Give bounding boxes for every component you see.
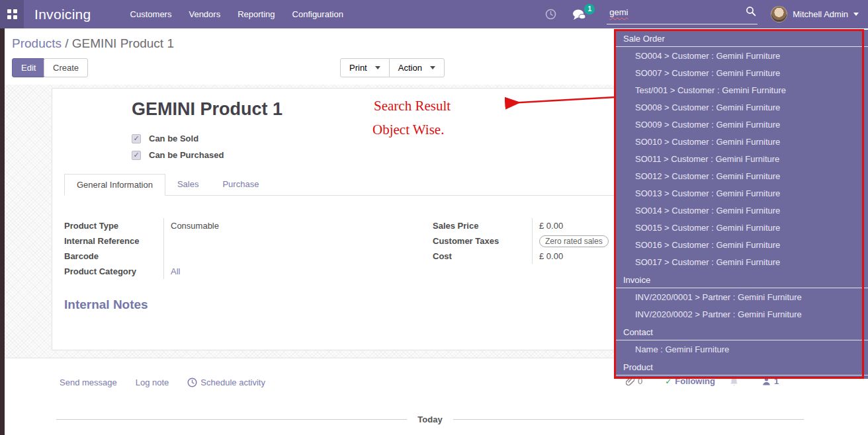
chatter-actions: Send message Log note Schedule activity [60, 377, 265, 387]
field-value-text: £ 0.00 [539, 221, 563, 231]
annotation-line2: Object Wise. [372, 122, 444, 138]
checkbox-label: Can be Purchased [149, 150, 224, 160]
search-input[interactable]: gemi [607, 5, 758, 24]
breadcrumb-separator: / [65, 36, 68, 50]
field-value-text: £ 0.00 [539, 251, 563, 261]
today-separator: Today [56, 415, 804, 424]
user-avatar [771, 6, 787, 22]
clock-icon [187, 377, 197, 387]
today-label: Today [417, 415, 442, 424]
messages-icon[interactable]: 1 [571, 9, 587, 20]
action-button[interactable]: Action [389, 58, 445, 77]
app-title: Invoicing [34, 7, 91, 22]
checkmark-icon: ✓ [133, 135, 139, 142]
search-result-row[interactable]: INV/2020/0001 > Partner : Gemini Furnitu… [615, 289, 868, 306]
search-result-row[interactable]: Test/001 > Customer : Gemini Furniture [615, 82, 868, 99]
search-result-row[interactable]: SO013 > Customer : Gemini Furniture [615, 185, 868, 202]
breadcrumb-current: GEMINI Product 1 [72, 36, 174, 50]
log-note-button[interactable]: Log note [136, 377, 169, 387]
action-button-label: Action [398, 63, 422, 73]
field-value[interactable] [163, 233, 375, 249]
print-button-label: Print [349, 63, 367, 73]
user-name: Mitchell Admin [793, 9, 848, 19]
checkmark-icon: ✓ [133, 151, 139, 159]
print-button[interactable]: Print [340, 58, 390, 77]
search-result-row[interactable]: SO016 > Customer : Gemini Furniture [615, 237, 868, 254]
field-value-text: Consumable [171, 221, 219, 231]
create-button[interactable]: Create [44, 58, 88, 77]
field-label: Customer Taxes [433, 233, 532, 249]
field-label: Internal Reference [64, 233, 163, 249]
field-value[interactable] [163, 249, 375, 264]
field-label: Sales Price [433, 218, 532, 233]
breadcrumb-products-link[interactable]: Products [12, 36, 62, 50]
search-result-row[interactable]: Sale Order [615, 30, 868, 47]
search-results-dropdown: Sale Order SO004 > Customer : Gemini Fur… [615, 30, 868, 379]
checkbox[interactable]: ✓ [132, 151, 141, 160]
field-label: Product Category [64, 264, 163, 279]
search-result-row[interactable]: Display Name : GEMINI Product 1 [615, 376, 868, 379]
search-result-row[interactable]: SO009 > Customer : Gemini Furniture [615, 116, 868, 134]
activities-clock-icon[interactable] [545, 9, 556, 20]
breadcrumb: Products / GEMINI Product 1 [12, 36, 174, 51]
caret-down-icon [853, 13, 859, 16]
window-left-edge [0, 28, 5, 435]
notebook-tab[interactable]: Purchase [210, 174, 271, 196]
search-result-row[interactable]: Invoice [615, 271, 868, 288]
search-result-row[interactable]: Contact [615, 323, 868, 340]
nav-menu-item[interactable]: Reporting [230, 5, 282, 24]
systray: 1 gemi Mitchell Admin [545, 5, 868, 24]
product-flags: ✓ Can be Sold ✓ Can be Purchased [132, 134, 224, 167]
search-result-row[interactable]: Product [615, 358, 868, 376]
main-menu: Customers Vendors Reporting Configuratio… [123, 5, 351, 24]
checkbox-row[interactable]: ✓ Can be Purchased [132, 150, 224, 160]
nav-menu-item[interactable]: Configuration [285, 5, 351, 24]
search-result-row[interactable]: SO017 > Customer : Gemini Furniture [615, 254, 868, 271]
schedule-activity-button[interactable]: Schedule activity [187, 377, 265, 387]
product-title: GEMINI Product 1 [132, 99, 282, 120]
caret-down-icon [430, 66, 435, 69]
field-value[interactable]: All [163, 264, 375, 279]
field-value-text: All [171, 266, 180, 276]
annotation-arrow [498, 91, 617, 110]
search-result-row[interactable]: SO004 > Customer : Gemini Furniture [615, 48, 868, 65]
notebook-tab[interactable]: Sales [165, 174, 211, 196]
field-value-text: Zero rated sales [539, 235, 609, 247]
search-result-row[interactable]: SO014 > Customer : Gemini Furniture [615, 202, 868, 219]
search-result-row[interactable]: SO012 > Customer : Gemini Furniture [615, 168, 868, 185]
send-message-button[interactable]: Send message [60, 377, 117, 387]
apps-menu-button[interactable] [0, 0, 24, 28]
nav-menu-item[interactable]: Customers [123, 5, 179, 24]
search-result-row[interactable]: INV/2020/0002 > Partner : Gemini Furnitu… [615, 306, 868, 323]
caret-down-icon [375, 66, 380, 69]
search-result-row[interactable]: SO010 > Customer : Gemini Furniture [615, 134, 868, 151]
edit-button[interactable]: Edit [12, 58, 45, 77]
notebook-tab[interactable]: General Information [64, 174, 165, 196]
user-menu[interactable]: Mitchell Admin [771, 6, 859, 22]
search-result-row[interactable]: SO007 > Customer : Gemini Furniture [615, 65, 868, 82]
checkbox-label: Can be Sold [149, 134, 198, 143]
nav-menu-item[interactable]: Vendors [181, 5, 228, 24]
checkbox[interactable]: ✓ [132, 134, 141, 143]
field-value[interactable]: Consumable [163, 218, 375, 233]
internal-notes-heading: Internal Notes [64, 297, 148, 312]
search-result-row[interactable]: SO015 > Customer : Gemini Furniture [615, 219, 868, 237]
field-group-left: Product Type Consumable Internal Referen… [64, 218, 375, 279]
search-result-row[interactable]: Name : Gemini Furniture [615, 341, 868, 358]
top-navbar: Invoicing Customers Vendors Reporting Co… [0, 0, 868, 28]
checkbox-row[interactable]: ✓ Can be Sold [132, 134, 224, 143]
field-label: Product Type [64, 218, 163, 233]
schedule-activity-label: Schedule activity [200, 377, 265, 387]
search-query-text: gemi [609, 7, 746, 17]
print-action-group: Print Action [340, 58, 445, 77]
annotation-line1: Search Result [374, 98, 451, 114]
field-label: Barcode [64, 249, 163, 264]
messages-badge: 1 [584, 4, 595, 15]
apps-grid-icon [7, 9, 17, 19]
search-icon[interactable] [746, 6, 756, 19]
field-label: Cost [433, 249, 532, 264]
search-result-row[interactable]: SO011 > Customer : Gemini Furniture [615, 151, 868, 168]
search-result-row[interactable]: SO008 > Customer : Gemini Furniture [615, 99, 868, 116]
